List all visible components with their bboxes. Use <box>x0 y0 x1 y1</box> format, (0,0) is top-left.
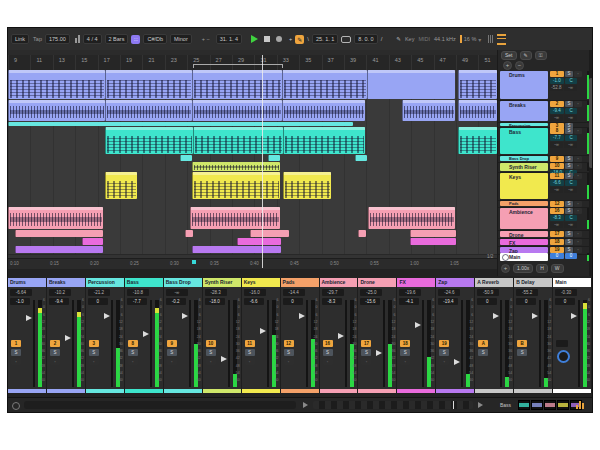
clip[interactable] <box>8 207 103 229</box>
arm-button[interactable]: ◦ <box>574 128 582 134</box>
clip[interactable] <box>192 172 280 199</box>
scale-root-field[interactable]: C#/Db <box>143 34 167 44</box>
channel-arm-button[interactable]: ◦ <box>361 358 371 365</box>
channel-solo-button[interactable]: S <box>517 349 527 356</box>
track-activator-number[interactable]: 12 <box>284 340 294 347</box>
clip[interactable] <box>458 70 497 99</box>
send-b-field[interactable]: -∞ <box>564 85 577 91</box>
channel-title[interactable]: Percussion <box>86 278 124 287</box>
fader-handle[interactable] <box>415 322 421 328</box>
channel-arm-button[interactable]: ◦ <box>323 358 333 365</box>
track-activator-number[interactable]: 3 <box>89 340 99 347</box>
track-activator-number[interactable]: 18 <box>400 340 410 347</box>
track-pan-field[interactable]: C <box>565 135 577 141</box>
fader-track[interactable] <box>111 300 113 387</box>
fader-track[interactable] <box>461 300 463 387</box>
clip[interactable] <box>410 230 456 237</box>
clip[interactable] <box>8 70 105 99</box>
clip[interactable] <box>282 100 365 121</box>
fader-track[interactable] <box>72 300 74 387</box>
lock-envelopes-button[interactable]: ⚿ <box>535 51 547 60</box>
cpu-meter[interactable]: 16 %▾ <box>460 35 482 43</box>
fader-value-field[interactable]: -9.4 <box>49 298 69 305</box>
clip[interactable] <box>185 230 193 237</box>
channel-solo-button[interactable]: S <box>11 349 21 356</box>
fader-value-field[interactable]: 0 <box>88 298 108 305</box>
arrangement-overview[interactable] <box>313 401 473 409</box>
track-activator-number[interactable]: 1 <box>11 340 21 347</box>
clip[interactable] <box>192 100 282 121</box>
track-name[interactable]: Bass <box>500 128 548 154</box>
clip[interactable] <box>237 238 281 245</box>
record-button[interactable] <box>274 35 283 44</box>
send-b-field[interactable]: -∞ <box>564 187 577 193</box>
fit-height-button[interactable]: H <box>536 264 548 273</box>
track-pan-field[interactable]: C <box>565 215 577 221</box>
track-number[interactable]: 2 <box>550 101 564 107</box>
track-header-keys[interactable]: Keys11S◦-6.6C-∞-∞ <box>498 172 592 201</box>
channel-title[interactable]: Bass Drop <box>164 278 202 287</box>
fader-handle[interactable] <box>338 333 344 339</box>
zoom-reset-icon[interactable]: + <box>501 264 510 273</box>
channel-title[interactable]: Drums <box>8 278 46 287</box>
arm-button[interactable]: ◦ <box>574 71 582 77</box>
main-track-name[interactable]: Main <box>500 253 548 261</box>
fader-handle[interactable] <box>532 313 538 319</box>
track-header-bass[interactable]: Bass8S◦-7.7C-∞-∞ <box>498 127 592 156</box>
fader-handle[interactable] <box>571 313 577 319</box>
track-number[interactable]: 1 <box>550 71 564 77</box>
channel-solo-button[interactable]: S <box>400 349 410 356</box>
track-activator-number[interactable]: 17 <box>361 340 371 347</box>
arm-button[interactable]: ◦ <box>574 163 582 169</box>
fader-value-field[interactable]: 0 <box>516 298 536 305</box>
peak-level-field[interactable]: -19.6 <box>399 289 421 296</box>
fader-track[interactable] <box>228 300 230 387</box>
track-volume-field[interactable]: -6.6 <box>550 180 564 186</box>
fader-track[interactable] <box>539 300 541 387</box>
track-activator-number[interactable]: 11 <box>245 340 255 347</box>
fader-value-field[interactable]: -19.4 <box>438 298 458 305</box>
loop-start-field[interactable]: 25. 1. 1 <box>312 34 338 44</box>
track-header-ambience[interactable]: Ambience16S◦-8.3C-∞-∞ <box>498 207 592 231</box>
channel-arm-button[interactable]: ◦ <box>11 358 21 365</box>
clip[interactable] <box>410 238 456 245</box>
channel-title[interactable]: Zap <box>436 278 474 287</box>
clip[interactable] <box>105 127 193 154</box>
fader-handle[interactable] <box>260 328 266 334</box>
clip[interactable] <box>15 246 103 253</box>
channel-title[interactable]: Drone <box>358 278 396 287</box>
clip[interactable] <box>105 172 137 199</box>
arrangement-position-field[interactable]: 31. 1. 4 <box>216 34 242 44</box>
send-b-field[interactable]: -∞ <box>564 222 577 228</box>
track-name[interactable]: Drone <box>500 231 548 237</box>
send-b-field[interactable]: -∞ <box>564 115 577 121</box>
tap-button[interactable]: Tap <box>33 36 42 42</box>
punch-in-icon[interactable]: \ <box>307 36 309 42</box>
loop-length-field[interactable]: 8. 0. 0 <box>354 34 377 44</box>
fader-value-field[interactable]: -6.6 <box>244 298 264 305</box>
track-name[interactable]: Drums <box>500 71 548 99</box>
channel-arm-button[interactable]: ◦ <box>400 358 410 365</box>
clip[interactable] <box>8 100 105 121</box>
channel-arm-button[interactable]: ◦ <box>245 358 255 365</box>
channel-solo-button[interactable]: S <box>361 349 371 356</box>
channel-arm-button[interactable]: ◦ <box>89 358 99 365</box>
track-header-breaks[interactable]: Breaks2S◦-9.4C-∞-∞ <box>498 100 592 123</box>
channel-solo-button[interactable]: S <box>89 349 99 356</box>
clip[interactable] <box>355 155 367 161</box>
clip[interactable] <box>283 127 365 154</box>
send-b-field[interactable]: -∞ <box>564 142 577 148</box>
fader-value-field[interactable]: -8.3 <box>322 298 342 305</box>
track-number[interactable]: 10 <box>550 163 564 169</box>
clip[interactable] <box>15 230 103 237</box>
info-view-icon[interactable] <box>12 402 20 410</box>
track-activator-number[interactable]: 8 <box>128 340 138 347</box>
fader-track[interactable] <box>578 300 580 387</box>
zoom-forward-button[interactable]: − <box>515 61 524 70</box>
track-activator-number[interactable]: 19 <box>439 340 449 347</box>
clip[interactable] <box>282 70 367 99</box>
track-name[interactable]: Synth Riser <box>500 163 548 171</box>
zoom-back-button[interactable]: + <box>503 61 512 70</box>
clip-thumbnail[interactable] <box>531 400 543 410</box>
channel-arm-button[interactable]: ◦ <box>439 358 449 365</box>
